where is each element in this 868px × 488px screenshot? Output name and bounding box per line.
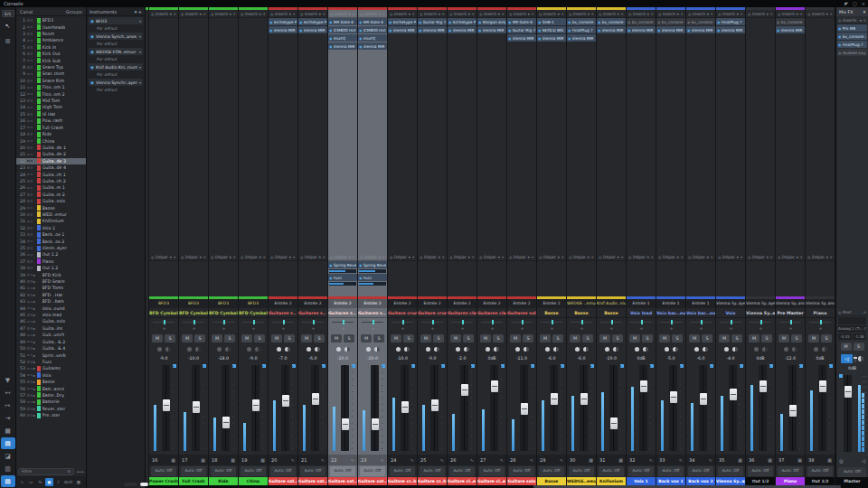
fader-track[interactable]	[281, 365, 289, 451]
automation-mode-button[interactable]: Auto: Off	[241, 466, 266, 476]
pan-handle[interactable]	[790, 320, 792, 324]
solo-button[interactable]: S	[373, 334, 384, 343]
inserts-bypass-icon[interactable]: ◎	[807, 12, 811, 16]
plugin-enable-icon[interactable]: ◉	[657, 20, 661, 24]
sends-menu-icon[interactable]: ▾	[677, 255, 679, 259]
mute-dot[interactable]	[27, 146, 30, 149]
inserts-menu-icon[interactable]: ▾	[860, 18, 862, 23]
channel-name-label[interactable]: Guitares s.. & 4	[358, 308, 387, 318]
sends-bypass-icon[interactable]: ◎	[807, 255, 811, 259]
channel-list-item[interactable]: 18 Ride	[16, 131, 86, 137]
fader-handle[interactable]	[312, 393, 319, 405]
channel-color-chip[interactable]	[37, 339, 41, 344]
channel-color-chip[interactable]	[37, 279, 41, 285]
solo-dot[interactable]	[31, 93, 33, 96]
channel-name-label[interactable]: Piano	[806, 308, 835, 318]
volume-value[interactable]: -6.0	[686, 354, 715, 362]
channel-list-item[interactable]: 7 Kick Sub	[16, 57, 86, 63]
record-arm-button[interactable]	[336, 347, 342, 352]
monitor-button[interactable]	[673, 347, 678, 352]
solo-button[interactable]: S	[821, 334, 832, 343]
channel-name-label[interactable]: Guitares claires	[448, 308, 476, 318]
solo-dot[interactable]	[31, 213, 33, 216]
mute-dot[interactable]	[27, 40, 30, 42]
record-arm-button[interactable]	[157, 347, 163, 352]
insert-plugin[interactable]: ◉ Vienna MIR ..	[537, 34, 566, 42]
record-arm-button[interactable]	[426, 347, 431, 352]
channel-color-chip[interactable]	[37, 211, 41, 217]
add-send-icon[interactable]: +	[799, 255, 803, 259]
mute-button[interactable]: M	[480, 334, 491, 343]
monitor-button[interactable]	[524, 347, 529, 352]
pan-handle[interactable]	[313, 320, 315, 324]
channel-list-item[interactable]: 27 Guita..re 2	[16, 192, 86, 198]
channel-input-source[interactable]: Knif Audio..nium	[597, 299, 626, 308]
pan-slider[interactable]	[507, 318, 536, 325]
add-insert-icon[interactable]: +	[769, 12, 773, 16]
channel-strip[interactable]: ◎ Inserts ▾ + ◎ Départs ▾ +	[209, 7, 238, 485]
insert-plugin[interactable]: ◉ Guitar Rig 7	[507, 26, 536, 33]
pan-handle[interactable]	[760, 320, 762, 324]
automation-mode-button[interactable]: Auto: Off	[330, 466, 355, 476]
instrument-preset[interactable]: Par défaut	[89, 24, 143, 32]
mute-dot[interactable]	[27, 113, 30, 116]
peak-indicator[interactable]	[292, 364, 296, 368]
mute-dot[interactable]	[27, 154, 30, 156]
instrument-power-icon[interactable]: ◉	[90, 50, 94, 54]
fader-track[interactable]	[669, 365, 677, 451]
sends-menu-icon[interactable]: ▾	[826, 255, 828, 259]
peak-indicator[interactable]	[203, 364, 206, 368]
volume-value[interactable]: -4.0	[716, 354, 745, 362]
filter-toggle-icon[interactable]: %	[36, 478, 44, 486]
automation-mode-button[interactable]: Auto: Off	[569, 466, 594, 476]
channel-list-item[interactable]: 60 ▸ Pre..ster	[16, 412, 86, 418]
plugin-enable-icon[interactable]: ◉	[598, 28, 601, 33]
pan-slider[interactable]	[716, 318, 745, 325]
add-insert-icon[interactable]: +	[620, 12, 624, 16]
insert-plugin[interactable]: ◉ Vienna MIR ..	[477, 26, 506, 33]
automation-mode-button[interactable]: Auto: Off	[479, 466, 505, 476]
channel-color-chip[interactable]	[37, 125, 41, 130]
channel-color-chip[interactable]	[37, 372, 41, 378]
solo-dot[interactable]	[31, 26, 33, 29]
solo-dot[interactable]	[31, 394, 33, 397]
mute-button[interactable]: M	[808, 334, 819, 343]
solo-button[interactable]: S	[463, 334, 474, 343]
send-level-slider[interactable]	[329, 282, 356, 286]
send-enable-icon[interactable]: ◉	[359, 276, 363, 280]
sends-bypass-icon[interactable]: ◎	[539, 255, 542, 259]
pan-handle[interactable]	[552, 320, 553, 324]
channel-color-chip[interactable]	[37, 399, 41, 405]
track-name-bar[interactable]: Back vox 1	[656, 477, 685, 485]
channel-strip[interactable]: ◎ Inserts ▾ + ◉ bx_console .. ◉ Vienna M…	[597, 7, 626, 485]
peak-indicator[interactable]	[441, 364, 445, 368]
solo-dot[interactable]	[31, 341, 33, 343]
instrument-preset[interactable]: Par défaut	[89, 40, 143, 47]
channel-list-item[interactable]: 32 Voix 1	[16, 225, 86, 231]
sends-menu-icon[interactable]: ▾	[170, 255, 172, 259]
mute-dot[interactable]	[27, 341, 30, 343]
fader-track[interactable]	[550, 365, 558, 451]
channel-name-label[interactable]: Guitare crunch	[388, 308, 417, 318]
add-send-icon[interactable]: +	[620, 255, 624, 259]
channel-list-item[interactable]: 36 Out 1.2	[16, 251, 86, 258]
channel-list-item[interactable]: 17 Full Crash	[16, 125, 86, 131]
channel-list-item[interactable]: 44 ▸ Voix..ound	[16, 305, 86, 311]
inserts-bypass-icon[interactable]: ◎	[330, 12, 334, 16]
stereo-link-icon[interactable]: ‹›	[149, 325, 178, 333]
mute-dot[interactable]	[27, 221, 30, 223]
channel-color-chip[interactable]	[37, 359, 41, 364]
solo-dot[interactable]	[31, 207, 33, 210]
mute-dot[interactable]	[27, 321, 30, 324]
channel-strip[interactable]: ◎ Inserts ▾ + ◉ bx_console .. ◉ Vienna M…	[656, 7, 685, 485]
channel-color-chip[interactable]	[37, 132, 41, 137]
sends-bypass-icon[interactable]: ◎	[270, 255, 274, 259]
inserts-menu-icon[interactable]: ▾	[737, 12, 739, 16]
fader-track[interactable]	[818, 365, 826, 451]
mute-button[interactable]: M	[271, 334, 282, 343]
instrument-item[interactable]: ◉ Vienna Synch..anos ▾ Par défaut	[87, 32, 145, 47]
peak-indicator[interactable]	[799, 364, 803, 368]
sends-bypass-icon[interactable]: ◎	[390, 255, 393, 259]
monitor-button[interactable]	[792, 347, 797, 352]
channel-color-chip[interactable]	[37, 178, 41, 183]
